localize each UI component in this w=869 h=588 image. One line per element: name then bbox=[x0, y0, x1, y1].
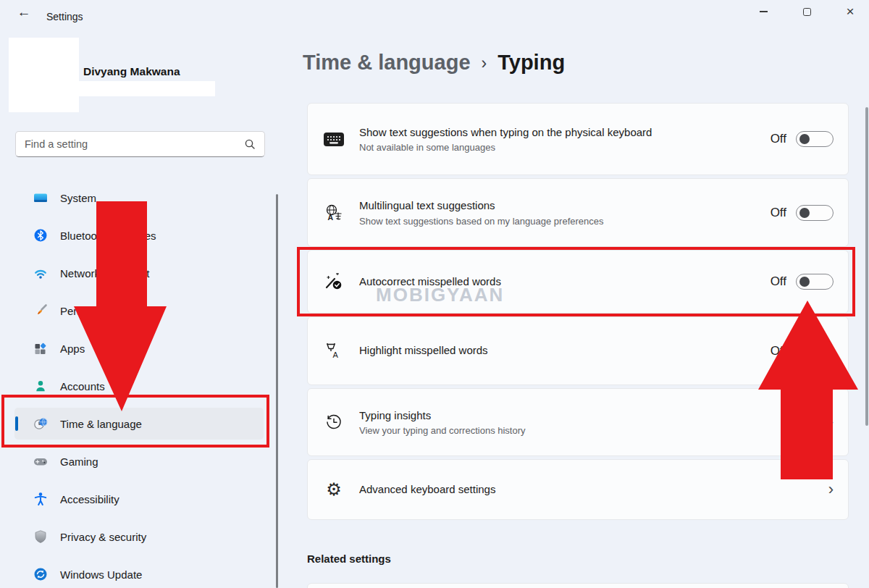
sidebar-item-windows-update[interactable]: Windows Update bbox=[14, 558, 264, 588]
sidebar-item-label: Windows Update bbox=[60, 568, 142, 581]
chevron-right-icon: › bbox=[482, 54, 487, 73]
toggle-switch[interactable] bbox=[796, 205, 834, 221]
annotation-up-arrow bbox=[758, 301, 858, 479]
keyboard-icon bbox=[323, 130, 345, 148]
maximize-icon bbox=[803, 8, 811, 16]
toggle-knob bbox=[799, 208, 810, 218]
sidebar-item-label: Privacy & security bbox=[60, 531, 146, 543]
settings-window: ← Settings × Divyang Makwana System Blu bbox=[0, 0, 869, 588]
breadcrumb: Time & language › Typing bbox=[303, 51, 565, 75]
search-box[interactable] bbox=[15, 131, 265, 157]
gear-icon: ⚙ bbox=[323, 480, 345, 499]
window-title: Settings bbox=[46, 11, 83, 22]
shield-icon bbox=[33, 529, 48, 544]
toggle-switch[interactable] bbox=[796, 131, 834, 147]
sidebar-item-accessibility[interactable]: Accessibility bbox=[14, 483, 264, 515]
sidebar-item-label: Gaming bbox=[60, 455, 98, 468]
related-settings-card-partial[interactable] bbox=[307, 583, 849, 588]
update-icon bbox=[33, 567, 48, 581]
setting-title: Highlight misspelled words bbox=[359, 343, 488, 358]
back-arrow-icon[interactable]: ← bbox=[13, 3, 35, 22]
setting-subtitle: Show text suggestions based on my langua… bbox=[359, 216, 604, 227]
related-settings-heading: Related settings bbox=[307, 553, 391, 565]
close-button[interactable]: × bbox=[834, 0, 867, 23]
toggle-state-label: Off bbox=[771, 206, 786, 220]
avatar bbox=[9, 38, 79, 112]
sidebar-scrollbar[interactable] bbox=[276, 194, 278, 588]
main-scrollbar[interactable] bbox=[865, 107, 868, 426]
setting-row-multilingual: A Multilingual text suggestions Show tex… bbox=[307, 178, 849, 247]
setting-subtitle: Not available in some languages bbox=[359, 142, 652, 153]
minimize-button[interactable] bbox=[747, 0, 780, 23]
setting-title: Show text suggestions when typing on the… bbox=[359, 125, 652, 140]
history-clock-icon bbox=[323, 413, 345, 432]
maximize-button[interactable] bbox=[790, 0, 823, 23]
accessibility-icon bbox=[33, 492, 48, 506]
setting-row-text-suggestions: Show text suggestions when typing on the… bbox=[307, 103, 849, 175]
multilingual-icon: A bbox=[323, 203, 345, 222]
chevron-right-icon: › bbox=[828, 482, 834, 497]
setting-title: Multilingual text suggestions bbox=[359, 198, 604, 213]
user-name: Divyang Makwana bbox=[83, 65, 180, 78]
search-icon bbox=[244, 138, 256, 150]
minimize-icon bbox=[760, 11, 768, 12]
toggle-knob bbox=[799, 134, 810, 144]
sidebar-item-label: Accessibility bbox=[60, 493, 119, 505]
breadcrumb-parent[interactable]: Time & language bbox=[303, 51, 471, 75]
page-title: Typing bbox=[498, 51, 565, 75]
setting-title: Advanced keyboard settings bbox=[359, 482, 495, 497]
setting-title: Typing insights bbox=[359, 408, 526, 423]
person-icon bbox=[33, 379, 48, 393]
system-icon bbox=[33, 190, 48, 205]
sidebar-item-gaming[interactable]: Gaming bbox=[14, 445, 264, 477]
svg-text:A: A bbox=[333, 350, 339, 359]
setting-subtitle: View your typing and corrections history bbox=[359, 425, 526, 436]
search-input[interactable] bbox=[25, 138, 244, 150]
user-email-redacted bbox=[79, 81, 215, 96]
bluetooth-icon bbox=[33, 228, 48, 243]
highlight-pen-icon: A bbox=[323, 342, 345, 361]
wifi-icon bbox=[33, 266, 48, 280]
gamepad-icon bbox=[33, 454, 48, 469]
svg-text:A: A bbox=[328, 212, 334, 221]
apps-icon bbox=[33, 341, 48, 356]
sidebar-item-privacy[interactable]: Privacy & security bbox=[14, 521, 264, 553]
toggle-state-label: Off bbox=[771, 132, 786, 146]
annotation-down-arrow bbox=[74, 201, 167, 411]
brush-icon bbox=[33, 303, 48, 318]
